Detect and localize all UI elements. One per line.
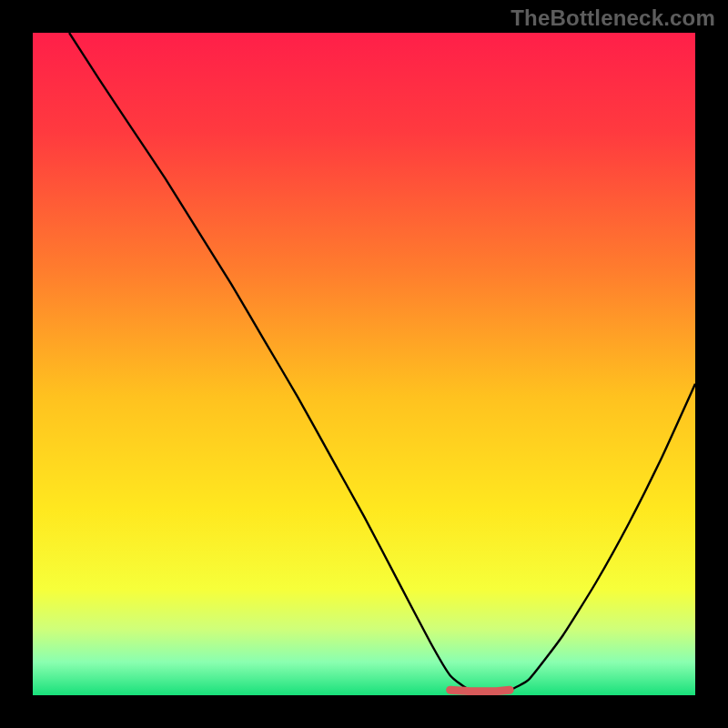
chart-svg: [33, 33, 695, 695]
chart-frame: TheBottleneck.com: [0, 0, 728, 728]
plot-area: [33, 33, 695, 695]
heatmap-background: [33, 33, 695, 695]
flat-segment: [450, 690, 511, 691]
watermark-text: TheBottleneck.com: [511, 5, 715, 31]
